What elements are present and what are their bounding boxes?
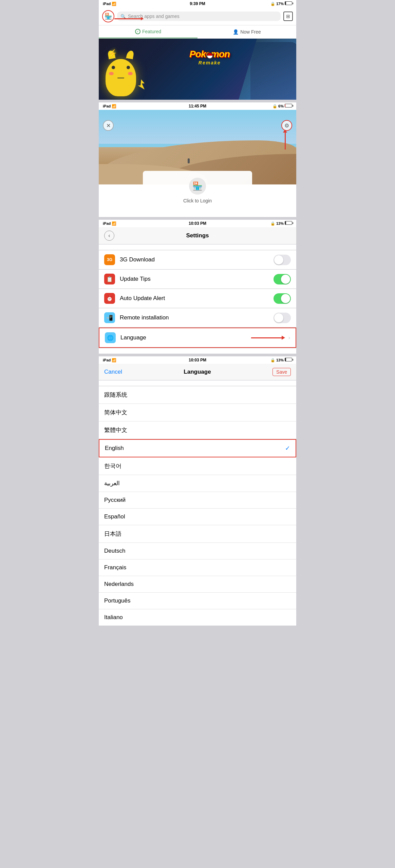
language-header: Cancel Language Save: [99, 364, 296, 380]
settings-item-language[interactable]: 🌐 Language ›: [99, 328, 296, 348]
time-1: 9:39 PM: [190, 1, 205, 6]
icon-lang: 🌐: [105, 332, 116, 343]
lang-item-portuguese[interactable]: Português: [99, 593, 296, 609]
lang-item-simplified[interactable]: 简体中文: [99, 404, 296, 421]
label-language: Language: [120, 334, 251, 341]
lang-french-label: Français: [104, 564, 126, 571]
lang-item-system[interactable]: 跟随系统: [99, 386, 296, 404]
ipad-label-2: iPad: [103, 104, 111, 108]
icon-auto-update: ⏰: [104, 293, 115, 304]
search-bar-container: 🏪 🔍 Search apps and games ⊞: [99, 7, 296, 25]
scan-icon[interactable]: ⊞: [283, 12, 293, 21]
toggle-3g[interactable]: [274, 255, 291, 265]
lang-system-label: 跟随系统: [104, 391, 127, 399]
status-right-1: 🔒 17%: [270, 1, 292, 6]
status-right-2: 🔒 6%: [272, 104, 292, 108]
lang-item-traditional[interactable]: 繁體中文: [99, 421, 296, 439]
icon-update-tips: 📋: [104, 274, 115, 284]
lang-spanish-label: Español: [104, 513, 125, 520]
gear-button[interactable]: ⚙: [281, 120, 292, 131]
banner-title: Pokemon Remake: [189, 49, 230, 66]
pikachu-area: ⚡: [99, 39, 160, 100]
lang-russian-label: Русский: [104, 497, 126, 504]
toggle-knob-update: [281, 275, 290, 284]
cancel-button[interactable]: Cancel: [104, 369, 122, 375]
status-left-2: iPad 📶: [103, 104, 116, 108]
close-button[interactable]: ✕: [103, 120, 114, 131]
status-bar-2: iPad 📶 11:45 PM 🔒 6%: [99, 102, 296, 110]
screen1-appstore: iPad 📶 9:39 PM 🔒 17% 🏪 🔍 Search apps and…: [99, 0, 296, 100]
lang-item-russian[interactable]: Русский: [99, 492, 296, 509]
login-card[interactable]: 🏪 Click to Login: [143, 171, 252, 210]
settings-item-remote[interactable]: 📲 Remote installation: [99, 308, 296, 328]
lock-icon-4: 🔒: [270, 358, 275, 362]
lang-item-german[interactable]: Deutsch: [99, 543, 296, 559]
lang-item-korean[interactable]: 한국어: [99, 457, 296, 475]
login-text: Click to Login: [150, 198, 245, 203]
lang-item-japanese[interactable]: 日本語: [99, 525, 296, 543]
settings-item-update-tips[interactable]: 📋 Update Tips: [99, 270, 296, 289]
wifi-icon-2: 📶: [112, 104, 116, 108]
status-left-3: iPad 📶: [103, 221, 116, 226]
save-button[interactable]: Save: [272, 368, 291, 376]
pokemon-subtitle: Remake: [199, 60, 221, 65]
icon-remote: 📲: [104, 312, 115, 323]
tab-featured[interactable]: ✓ Featured: [99, 25, 198, 38]
tab-now-free[interactable]: 👤 Now Free: [198, 25, 296, 38]
red-arrow-annotation-1: [114, 18, 143, 19]
battery-2: [285, 104, 292, 107]
wifi-icon-4: 📶: [112, 358, 116, 362]
battery-3: [285, 221, 292, 225]
person-icon: 👤: [233, 29, 239, 35]
lang-item-french[interactable]: Français: [99, 559, 296, 576]
lang-german-label: Deutsch: [104, 548, 125, 554]
settings-item-auto-update[interactable]: ⏰ Auto Update Alert: [99, 289, 296, 308]
lang-item-spanish[interactable]: Español: [99, 509, 296, 525]
tab-nowfree-label: Now Free: [240, 29, 261, 35]
status-bar-1: iPad 📶 9:39 PM 🔒 17%: [99, 0, 296, 7]
tabs-row: ✓ Featured 👤 Now Free: [99, 25, 296, 39]
login-avatar: 🏪: [189, 178, 206, 195]
lock-icon-2: 🔒: [272, 104, 277, 108]
lang-japanese-label: 日本語: [104, 530, 121, 538]
time-4: 10:03 PM: [189, 358, 206, 362]
toggle-auto-update[interactable]: [274, 293, 291, 304]
screen2-login: iPad 📶 11:45 PM 🔒 6% ✕ ⚙: [99, 102, 296, 217]
status-bar-3: iPad 📶 10:03 PM 🔒 13%: [99, 220, 296, 227]
toggle-remote[interactable]: [274, 313, 291, 323]
toggle-knob-auto: [281, 294, 290, 303]
label-auto-update: Auto Update Alert: [120, 295, 274, 302]
battery-pct-2: 6%: [278, 104, 284, 108]
language-title: Language: [184, 369, 211, 375]
status-left-4: iPad 📶: [103, 358, 116, 362]
label-remote: Remote installation: [120, 314, 274, 321]
ipad-label-4: iPad: [103, 358, 111, 362]
battery-1: [285, 1, 292, 5]
red-arrow-annotation-3: [251, 336, 285, 340]
lang-item-english[interactable]: English ✓: [99, 439, 296, 457]
screen4-language: iPad 📶 10:03 PM 🔒 13% Cancel Language Sa…: [99, 356, 296, 626]
lang-portuguese-label: Português: [104, 597, 131, 604]
battery-4: [285, 358, 292, 361]
back-button[interactable]: ‹: [104, 231, 114, 241]
lang-traditional-label: 繁體中文: [104, 426, 127, 434]
wifi-icon-1: 📶: [112, 2, 116, 6]
top-bar-screen2: ✕ ⚙: [99, 117, 296, 134]
toggle-knob-3g: [274, 255, 283, 264]
status-left-1: iPad 📶: [103, 2, 116, 6]
icon-3g: 3G: [104, 254, 115, 265]
featured-check-icon: ✓: [135, 29, 140, 34]
lock-icon-3: 🔒: [270, 221, 275, 225]
lang-item-dutch[interactable]: Nederlands: [99, 576, 296, 593]
lang-item-italian[interactable]: Italiano: [99, 609, 296, 626]
lang-item-arabic[interactable]: العربية: [99, 475, 296, 492]
toggle-update-tips[interactable]: [274, 274, 291, 284]
settings-item-3g[interactable]: 3G 3G Download: [99, 250, 296, 270]
ipad-label-1: iPad: [103, 2, 111, 6]
app-logo[interactable]: 🏪: [102, 10, 114, 22]
banner-dragon-area: [239, 39, 296, 100]
lang-dutch-label: Nederlands: [104, 581, 134, 588]
settings-list: 3G 3G Download 📋 Update Tips ⏰ Auto Upda…: [99, 250, 296, 348]
chevron-right-lang: ›: [288, 335, 290, 341]
lang-simplified-label: 简体中文: [104, 409, 127, 416]
